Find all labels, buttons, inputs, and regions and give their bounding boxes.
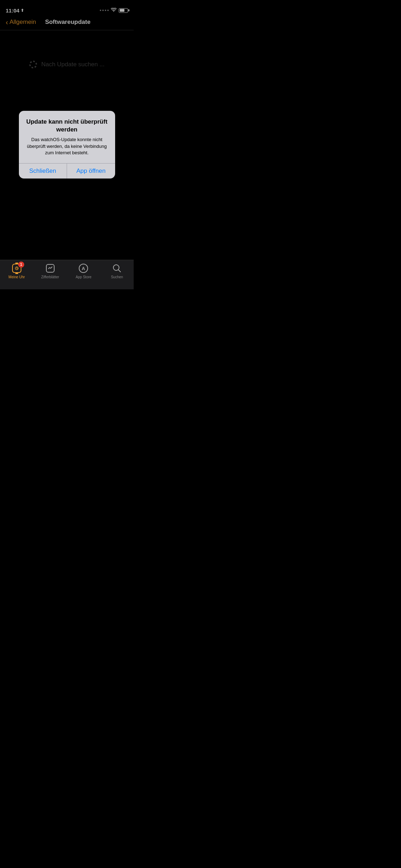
search-icon: [112, 264, 122, 273]
app-store-icon: A: [79, 264, 88, 273]
alert-content: Update kann nicht überprüft werden Das w…: [19, 111, 115, 163]
close-button[interactable]: Schließen: [19, 164, 67, 179]
alert-buttons: Schließen App öffnen: [19, 163, 115, 179]
tab-icon-wrap-zifferblaetter: [45, 263, 56, 274]
tab-item-suchen[interactable]: Suchen: [100, 263, 134, 279]
tab-label-app-store: App Store: [76, 275, 91, 279]
open-app-button[interactable]: App öffnen: [67, 164, 115, 179]
meine-uhr-badge: 1: [18, 262, 24, 268]
tab-label-suchen: Suchen: [111, 275, 123, 279]
alert-message: Das watchOS-Update konnte nicht überprüf…: [25, 136, 109, 156]
svg-line-7: [118, 270, 120, 272]
svg-text:A: A: [82, 266, 86, 271]
tab-item-zifferblaetter[interactable]: Zifferblätter: [34, 263, 67, 279]
tab-label-zifferblaetter: Zifferblätter: [41, 275, 59, 279]
tab-item-app-store[interactable]: A App Store: [67, 263, 101, 279]
tab-icon-wrap-meine-uhr: 1: [11, 263, 22, 274]
zifferblaetter-icon: [46, 264, 55, 273]
alert-overlay: Update kann nicht überprüft werden Das w…: [0, 0, 134, 289]
tab-label-meine-uhr: Meine Uhr: [9, 275, 25, 279]
svg-line-2: [17, 268, 17, 269]
tab-item-meine-uhr[interactable]: 1 Meine Uhr: [0, 263, 34, 279]
tab-icon-wrap-app-store: A: [78, 263, 89, 274]
tab-bar: 1 Meine Uhr Zifferblätter A App Store: [0, 260, 134, 289]
alert-dialog: Update kann nicht überprüft werden Das w…: [19, 111, 115, 179]
alert-title: Update kann nicht überprüft werden: [25, 118, 109, 134]
tab-icon-wrap-suchen: [112, 263, 122, 274]
